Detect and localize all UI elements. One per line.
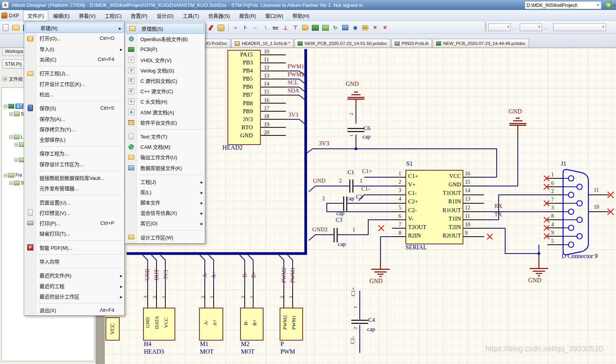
c2-designator[interactable]: C2 (356, 194, 363, 200)
toolbar-icon[interactable] (311, 24, 319, 31)
expand-collapse-icon[interactable] (4, 105, 7, 108)
document-tab[interactable]: PIN20.PcbLib (391, 39, 432, 48)
file-menu-item[interactable]: 打开设计工作区(K)... (24, 78, 124, 89)
title-bar[interactable]: A Altium Designer (Platform 27009) - D:\… (0, 0, 616, 10)
file-view-radio-row[interactable]: 文件阅 (2, 76, 23, 82)
net-label[interactable]: A- (202, 272, 208, 278)
file-menu-item[interactable]: 保存拷贝为(Y)... (24, 124, 124, 134)
file-menu-item[interactable]: 退出(X) Alt+F4 (24, 305, 124, 315)
file-menu-item[interactable]: 元件发布管理器... (24, 183, 124, 193)
menu-bar-item[interactable]: 工具(T) (178, 10, 204, 21)
file-menu-item[interactable]: 保存为(A)... (24, 113, 124, 124)
submenu-item[interactable] (125, 173, 205, 176)
file-menu-item[interactable]: 关闭(C) Ctrl+F4 (24, 54, 124, 64)
head2-designator[interactable]: HEAD2 (222, 144, 242, 151)
toolbar-icon[interactable] (232, 24, 239, 31)
h4-comment[interactable]: HEAD3 (144, 348, 164, 355)
expand-collapse-icon[interactable] (9, 135, 13, 139)
radio-selected-icon[interactable] (2, 76, 7, 81)
chevron-down-icon[interactable]: ▼ (596, 3, 600, 7)
expand-collapse-icon[interactable] (9, 181, 13, 185)
net-label-c4-bottom[interactable]: C1- (350, 336, 356, 344)
submenu-item[interactable] (125, 128, 205, 131)
submenu-item[interactable]: 混合信号仿真(X) (125, 208, 205, 218)
submenu-item[interactable]: 输出工作文件(U) (125, 152, 205, 162)
net-label[interactable]: DHT (154, 269, 160, 280)
file-menu-item[interactable] (24, 253, 124, 256)
toolbar-icon[interactable] (321, 24, 329, 31)
file-menu-item[interactable] (24, 64, 124, 68)
toolbar-combo-1[interactable]: ▼ (488, 23, 511, 31)
file-menu-item[interactable]: 最近的设计工作区 (24, 291, 124, 301)
file-menu-item[interactable]: 保存设计工作区为... (24, 159, 124, 169)
file-menu-item[interactable]: 导入(I) (24, 44, 124, 54)
toolbar-icon[interactable] (331, 24, 339, 31)
file-menu-item[interactable]: 全部保存(L) (24, 134, 124, 145)
file-menu-item[interactable]: 打印预览(V)... (24, 208, 124, 218)
toolbar-icon[interactable] (2, 24, 9, 31)
m1-comment[interactable]: MOT (200, 348, 214, 355)
file-menu-item[interactable] (24, 169, 124, 173)
submenu-item[interactable]: 脚本文件 (125, 197, 205, 208)
submenu-item[interactable]: VHDL 文件(V) (125, 55, 205, 65)
file-menu-item[interactable]: 新建(N) (25, 23, 124, 33)
net-label[interactable]: GND (145, 269, 151, 280)
document-tab[interactable]: HEADER_10_1.SchLib * (231, 39, 293, 48)
j1-comment[interactable]: D Connector 9 (562, 253, 598, 260)
toolbar-icon[interactable] (207, 24, 215, 31)
toolbar-icon[interactable] (282, 24, 289, 31)
back-button[interactable]: ◄ (605, 1, 612, 8)
menu-bar-item[interactable]: 窗口(W) (260, 10, 288, 21)
toolbar-icon[interactable] (227, 24, 229, 31)
gnd-power-label-serial[interactable]: GND (369, 278, 383, 285)
toolbar-icon[interactable] (242, 24, 249, 31)
expand-collapse-icon[interactable] (15, 143, 18, 147)
gnd-power-label-top[interactable]: GND (346, 81, 359, 87)
toolbar-icon[interactable] (341, 24, 349, 31)
file-menu-item[interactable] (24, 267, 124, 270)
net-label[interactable]: 3V3 (163, 270, 169, 279)
file-menu-item[interactable] (24, 99, 124, 103)
toolbar-combo-2[interactable]: ▼ (520, 23, 542, 31)
net-label-sda[interactable]: SDA (288, 87, 299, 94)
file-menu-item[interactable]: 链接图纸到数据保险库Vault... (24, 173, 124, 183)
file-menu-item[interactable]: 最近的文件(R) (24, 270, 124, 280)
expand-collapse-icon[interactable] (9, 112, 13, 116)
toolbar-icon[interactable] (252, 24, 259, 31)
toolbar-icon[interactable] (371, 24, 379, 31)
submenu-item[interactable]: 原理图(S) (126, 23, 204, 34)
submenu-item[interactable]: C 源代码文档(C) (125, 76, 205, 86)
file-menu-item[interactable]: 智能 PDF(M)... (24, 242, 124, 253)
menu-bar-item[interactable]: 放置(P) (126, 10, 152, 21)
s1-designator[interactable]: S1 (406, 160, 413, 167)
j1-designator[interactable]: J1 (561, 160, 566, 167)
net-label-rx[interactable]: RX (494, 203, 502, 209)
file-menu-item[interactable]: 导入向导 (24, 256, 124, 267)
file-menu-item[interactable] (24, 193, 124, 197)
menu-bar-item[interactable]: 仿真器(S) (204, 10, 234, 21)
submenu-item[interactable]: C 头文档(H) (125, 96, 205, 107)
h4-designator[interactable]: H4 (144, 341, 152, 348)
menu-bar-item[interactable]: 帮助(H) (288, 10, 314, 21)
toolbar-icon[interactable] (272, 24, 279, 31)
submenu-item[interactable]: C++ 源文件(C) (125, 86, 205, 96)
net-label-tx[interactable]: TX (494, 211, 502, 218)
toolbar-grip[interactable] (485, 22, 486, 31)
address-combo[interactable]: D:\MDK_INS\KeilProject\ ▼ (525, 1, 601, 9)
net-label[interactable]: PWM2 (281, 267, 287, 283)
net-label[interactable]: PWM1 (290, 267, 296, 283)
toolbar-icon[interactable] (361, 24, 369, 31)
submenu-item[interactable]: 数据库链接文件(K) (125, 162, 205, 173)
file-menu-item[interactable]: 检出... (24, 89, 124, 99)
net-label-c4-top[interactable]: C1+ (351, 287, 357, 296)
submenu-item[interactable]: 其它(O) (125, 218, 205, 228)
toolbar-combo-3[interactable]: ▼ (553, 23, 606, 31)
file-menu-item[interactable]: 缺省打印(T)... (24, 228, 124, 239)
submenu-item[interactable]: 软件平台文件(E) (125, 117, 205, 128)
net-label-scl[interactable]: SCL (288, 79, 298, 86)
net-label-3v3-rail[interactable]: 3V3 (319, 140, 329, 147)
expand-collapse-icon[interactable] (4, 174, 7, 177)
m2-designator[interactable]: M2 (241, 341, 249, 348)
menu-bar-item[interactable]: 设计(D) (152, 10, 178, 21)
file-menu-item[interactable] (24, 239, 124, 242)
